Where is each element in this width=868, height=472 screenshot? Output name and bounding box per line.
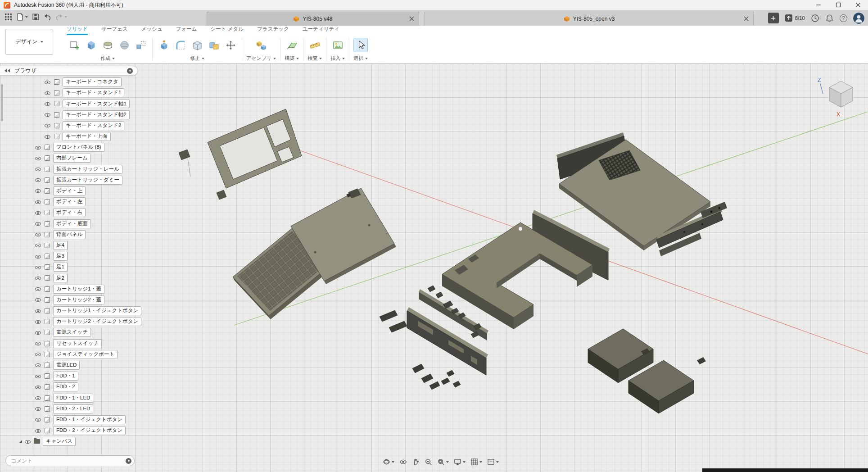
comment-input[interactable]: コメント bbox=[5, 455, 135, 466]
press-pull-icon[interactable] bbox=[157, 38, 171, 52]
browser-item[interactable]: 足3 bbox=[0, 251, 153, 262]
visibility-eye-icon[interactable] bbox=[35, 373, 41, 379]
visibility-eye-icon[interactable] bbox=[35, 330, 41, 336]
inspect-menu[interactable]: 検査 bbox=[307, 55, 322, 62]
browser-item[interactable]: ボディ・上 bbox=[0, 186, 153, 196]
browser-item[interactable]: 拡張カートリッジ・ダミー bbox=[0, 175, 153, 186]
tab-solid[interactable]: ソリッド bbox=[67, 26, 88, 35]
shell-icon[interactable] bbox=[190, 38, 204, 52]
browser-item[interactable]: キーボード・スタンド軸1 bbox=[0, 98, 153, 109]
visibility-eye-icon[interactable] bbox=[35, 275, 41, 281]
insert-image-icon[interactable] bbox=[330, 38, 345, 52]
tab-plastic[interactable]: プラスチック bbox=[257, 26, 289, 35]
tab-mesh[interactable]: メッシュ bbox=[141, 26, 163, 35]
browser-item[interactable]: ボディ・底面 bbox=[0, 218, 153, 229]
extrude-icon[interactable] bbox=[84, 38, 98, 52]
visibility-eye-icon[interactable] bbox=[35, 166, 41, 172]
fillet-icon[interactable] bbox=[173, 38, 188, 52]
visibility-eye-icon[interactable] bbox=[35, 188, 41, 194]
browser-item[interactable]: キーボード・上面 bbox=[0, 131, 153, 142]
file-menu-icon[interactable] bbox=[16, 13, 28, 21]
visibility-eye-icon[interactable] bbox=[35, 254, 41, 259]
save-icon[interactable] bbox=[32, 13, 40, 21]
visibility-eye-icon[interactable] bbox=[25, 439, 31, 445]
browser-item[interactable]: ジョイスティックポート bbox=[0, 349, 153, 360]
browser-item[interactable]: 拡張カートリッジ・レール bbox=[0, 164, 153, 175]
visibility-eye-icon[interactable] bbox=[35, 297, 41, 303]
visibility-eye-icon[interactable] bbox=[45, 101, 51, 107]
browser-item[interactable]: FDD・2・イジェクトボタン bbox=[0, 425, 153, 436]
zoom-window-icon[interactable] bbox=[435, 456, 451, 467]
visibility-eye-icon[interactable] bbox=[45, 134, 51, 140]
visibility-eye-icon[interactable] bbox=[45, 112, 51, 118]
tab-surface[interactable]: サーフェス bbox=[101, 26, 128, 35]
create-menu[interactable]: 作成 bbox=[100, 55, 115, 62]
visibility-eye-icon[interactable] bbox=[35, 242, 41, 248]
document-tab-yis805-open[interactable]: YIS-805_open v3 bbox=[425, 12, 754, 26]
visibility-eye-icon[interactable] bbox=[35, 210, 41, 216]
combine-icon[interactable] bbox=[207, 38, 221, 52]
browser-item[interactable]: 電源スイッチ bbox=[0, 327, 153, 338]
browser-item[interactable]: キーボード・スタンド軸2 bbox=[0, 109, 153, 120]
document-tab-yis805[interactable]: YIS-805 v48 bbox=[207, 12, 419, 26]
browser-item[interactable]: キーボード・スタンド2 bbox=[0, 120, 153, 131]
browser-item[interactable]: カートリッジ2・蓋 bbox=[0, 295, 153, 305]
browser-item[interactable]: ボディ・右 bbox=[0, 207, 153, 218]
visibility-eye-icon[interactable] bbox=[35, 428, 41, 434]
browser-item[interactable]: FDD・1・イジェクトボタン bbox=[0, 414, 153, 425]
visibility-eye-icon[interactable] bbox=[35, 319, 41, 325]
browser-item[interactable]: 内部フレーム bbox=[0, 153, 153, 163]
browser-item[interactable]: 足4 bbox=[0, 240, 153, 251]
minimize-icon[interactable] bbox=[809, 0, 828, 10]
visibility-eye-icon[interactable] bbox=[35, 231, 41, 237]
comment-submit-icon[interactable] bbox=[126, 458, 131, 464]
tab-close-icon[interactable] bbox=[744, 16, 749, 21]
workspace-selector[interactable]: デザイン bbox=[5, 29, 53, 54]
visibility-eye-icon[interactable] bbox=[35, 395, 41, 401]
visibility-eye-icon[interactable] bbox=[35, 308, 41, 314]
visibility-eye-icon[interactable] bbox=[35, 362, 41, 368]
pan-hand-icon[interactable] bbox=[410, 456, 421, 467]
browser-item[interactable]: FDD・2・LED bbox=[0, 404, 153, 414]
help-icon[interactable] bbox=[840, 14, 847, 22]
browser-item[interactable]: 背面パネル bbox=[0, 229, 153, 240]
browser-item[interactable]: FDD・1 bbox=[0, 371, 153, 381]
browser-item[interactable]: FDD・1・LED bbox=[0, 392, 153, 403]
maximize-icon[interactable] bbox=[828, 0, 848, 10]
select-cursor-icon[interactable] bbox=[353, 38, 368, 52]
new-tab-button[interactable] bbox=[768, 13, 779, 23]
revolve-icon[interactable] bbox=[100, 38, 115, 52]
visibility-eye-icon[interactable] bbox=[35, 417, 41, 422]
visibility-eye-icon[interactable] bbox=[35, 199, 41, 205]
grid-snap-icon[interactable] bbox=[469, 456, 484, 467]
assemble-menu[interactable]: アセンブリ bbox=[246, 55, 276, 62]
tab-form[interactable]: フォーム bbox=[176, 26, 197, 35]
browser-item[interactable]: カートリッジ1・イジェクトボタン bbox=[0, 305, 153, 316]
move-icon[interactable] bbox=[223, 38, 238, 52]
visibility-eye-icon[interactable] bbox=[35, 340, 41, 346]
browser-item[interactable]: キーボード・スタンド1 bbox=[0, 87, 153, 98]
tab-sheetmetal[interactable]: シート メタル bbox=[211, 26, 244, 35]
visibility-eye-icon[interactable] bbox=[35, 155, 41, 161]
browser-item-canvases[interactable]: キャンバス bbox=[0, 436, 153, 447]
redo-icon[interactable] bbox=[55, 13, 67, 21]
collapse-panel-icon[interactable] bbox=[4, 68, 10, 73]
visibility-eye-icon[interactable] bbox=[35, 177, 41, 183]
visibility-eye-icon[interactable] bbox=[35, 264, 41, 270]
display-settings-icon[interactable] bbox=[452, 456, 467, 467]
browser-item[interactable]: キーボード・コネクタ bbox=[0, 77, 153, 87]
browser-item[interactable]: ボディ・左 bbox=[0, 196, 153, 207]
insert-menu[interactable]: 挿入 bbox=[330, 55, 345, 62]
notifications-bell-icon[interactable] bbox=[825, 14, 834, 23]
app-grid-icon[interactable] bbox=[5, 13, 12, 21]
construct-menu[interactable]: 構築 bbox=[285, 55, 299, 62]
browser-panel-header[interactable]: ブラウザ bbox=[0, 66, 138, 76]
clock-icon[interactable] bbox=[811, 14, 819, 23]
browser-item[interactable]: フロントパネル (8) bbox=[0, 142, 153, 153]
browser-item[interactable]: 足1 bbox=[0, 262, 153, 272]
visibility-eye-icon[interactable] bbox=[35, 286, 41, 292]
construction-plane-icon[interactable] bbox=[285, 38, 299, 52]
look-at-icon[interactable] bbox=[398, 456, 409, 467]
user-avatar[interactable] bbox=[853, 13, 864, 24]
create-sketch-icon[interactable] bbox=[67, 38, 81, 52]
